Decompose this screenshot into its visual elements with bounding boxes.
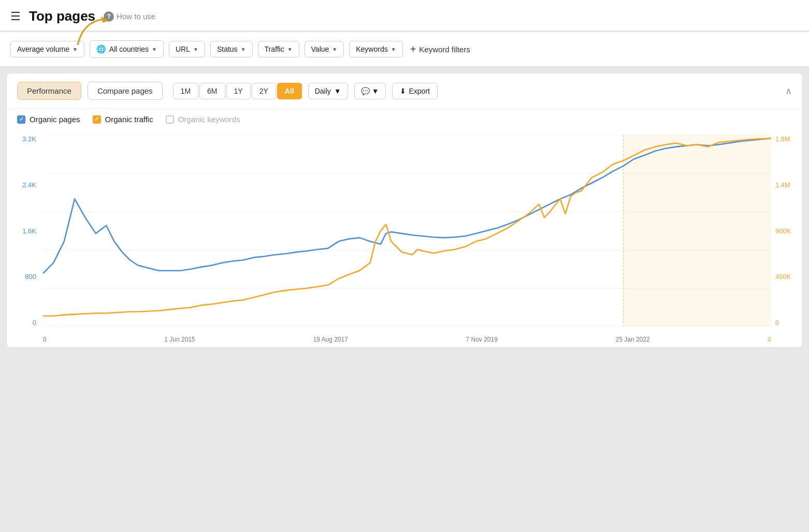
- time-btn-6m[interactable]: 6M: [199, 83, 225, 99]
- url-dropdown[interactable]: URL ▼: [169, 41, 205, 57]
- time-btn-2y[interactable]: 2Y: [252, 83, 276, 99]
- legend-row: ✓ Organic pages ✓ Organic traffic Organi…: [7, 109, 802, 130]
- value-dropdown[interactable]: Value ▼: [305, 41, 344, 57]
- period-label: Daily: [315, 87, 331, 95]
- chevron-down-icon-comment: ▼: [372, 87, 379, 95]
- legend-organic-traffic[interactable]: ✓ Organic traffic: [93, 115, 153, 124]
- tab-performance[interactable]: Performance: [17, 82, 81, 100]
- chevron-down-icon-4: ▼: [241, 47, 246, 52]
- y-axis-right: 1.8M 1.4M 900K 450K 0: [771, 135, 802, 327]
- chart-area: 3.2K 2.4K 1.6K 800 0 1.8M 1.4M 900K 450K…: [7, 130, 802, 347]
- y-right-450k: 450K: [775, 273, 791, 280]
- filters-bar: Average volume ▼ 🌐 All countries ▼ URL ▼…: [0, 32, 809, 67]
- comment-icon: 💬: [361, 87, 370, 95]
- average-volume-dropdown[interactable]: Average volume ▼: [10, 41, 84, 57]
- url-label: URL: [176, 45, 190, 53]
- chevron-down-icon-5: ▼: [287, 47, 293, 52]
- export-label: Export: [409, 87, 430, 95]
- all-countries-label: All countries: [109, 45, 149, 53]
- y-right-1800k: 1.8M: [775, 135, 790, 143]
- y-left-0: 0: [33, 319, 36, 327]
- chart-svg: [43, 135, 771, 327]
- y-left-2400: 2.4K: [22, 181, 36, 189]
- chevron-down-icon-7: ▼: [391, 47, 396, 52]
- collapse-button[interactable]: ∧: [785, 85, 792, 97]
- value-label: Value: [311, 45, 329, 53]
- period-dropdown[interactable]: Daily ▼: [308, 83, 348, 99]
- chevron-down-icon-period: ▼: [334, 87, 341, 95]
- x-label-aug2017: 19 Aug 2017: [313, 336, 348, 343]
- chevron-down-icon-3: ▼: [193, 47, 198, 52]
- time-btn-all[interactable]: All: [277, 83, 302, 99]
- x-label-nov2019: 7 Nov 2019: [466, 336, 498, 343]
- y-right-0: 0: [775, 319, 779, 327]
- legend-organic-traffic-label: Organic traffic: [105, 115, 153, 124]
- highlight-zone: [624, 135, 771, 327]
- check-icon: ✓: [19, 116, 24, 123]
- y-axis-left: 3.2K 2.4K 1.6K 800 0: [7, 135, 40, 327]
- help-icon: ?: [104, 11, 114, 22]
- globe-icon: 🌐: [96, 45, 106, 54]
- traffic-dropdown[interactable]: Traffic ▼: [258, 41, 299, 57]
- chevron-down-icon-2: ▼: [152, 47, 157, 52]
- traffic-label: Traffic: [265, 45, 284, 53]
- checkbox-organic-traffic[interactable]: ✓: [93, 115, 101, 124]
- legend-organic-pages-label: Organic pages: [30, 115, 80, 124]
- y-right-900k: 900K: [775, 227, 791, 235]
- y-right-1400k: 1.4M: [775, 181, 790, 189]
- x-label-0: 0: [43, 336, 47, 343]
- x-label-end-0: 0: [768, 336, 771, 343]
- x-label-jan2022: 25 Jan 2022: [616, 336, 650, 343]
- y-left-800: 800: [25, 273, 36, 280]
- page-title: Top pages: [29, 8, 95, 24]
- how-to-use-label: How to use: [117, 12, 155, 21]
- keyword-filters-button[interactable]: + Keyword filters: [410, 41, 470, 57]
- export-icon: ⬇: [400, 87, 406, 95]
- time-btn-1y[interactable]: 1Y: [226, 83, 251, 99]
- chevron-down-icon-6: ▼: [332, 47, 337, 52]
- status-dropdown[interactable]: Status ▼: [210, 41, 253, 57]
- header: ☰ Top pages ? How to use: [0, 0, 809, 31]
- menu-icon[interactable]: ☰: [10, 11, 21, 22]
- how-to-use-button[interactable]: ? How to use: [104, 11, 155, 22]
- check-icon-2: ✓: [94, 116, 99, 123]
- all-countries-dropdown[interactable]: 🌐 All countries ▼: [90, 40, 164, 58]
- main-chart-card: Performance Compare pages 1M 6M 1Y 2Y Al…: [6, 73, 803, 348]
- checkbox-organic-keywords[interactable]: [166, 115, 174, 124]
- legend-organic-pages[interactable]: ✓ Organic pages: [17, 115, 80, 124]
- time-buttons: 1M 6M 1Y 2Y All: [173, 83, 302, 99]
- y-left-3200: 3.2K: [22, 135, 36, 143]
- average-volume-label: Average volume: [17, 45, 69, 53]
- status-label: Status: [217, 45, 238, 53]
- comment-button[interactable]: 💬 ▼: [354, 83, 386, 99]
- time-btn-1m[interactable]: 1M: [173, 83, 198, 99]
- chevron-down-icon: ▼: [73, 47, 78, 52]
- keywords-dropdown[interactable]: Keywords ▼: [349, 41, 402, 57]
- y-left-1600: 1.6K: [22, 227, 36, 235]
- keyword-filters-label: Keyword filters: [419, 45, 470, 54]
- keywords-label: Keywords: [356, 45, 387, 53]
- legend-organic-keywords-label: Organic keywords: [178, 115, 240, 124]
- chart-header: Performance Compare pages 1M 6M 1Y 2Y Al…: [7, 73, 802, 109]
- plus-icon: +: [410, 43, 416, 55]
- checkbox-organic-pages[interactable]: ✓: [17, 115, 25, 124]
- legend-organic-keywords[interactable]: Organic keywords: [166, 115, 240, 124]
- tab-compare-pages[interactable]: Compare pages: [88, 82, 163, 100]
- x-label-jun2015: 1 Jun 2015: [164, 336, 195, 343]
- x-axis: 0 1 Jun 2015 19 Aug 2017 7 Nov 2019 25 J…: [43, 334, 771, 343]
- export-button[interactable]: ⬇ Export: [392, 83, 438, 99]
